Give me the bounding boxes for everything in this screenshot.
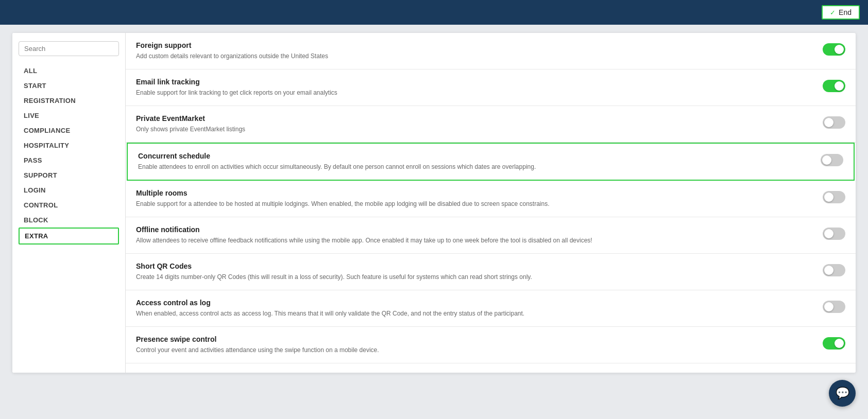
feature-info-short-qr-codes: Short QR CodesCreate 14 digits number-on…	[136, 262, 812, 282]
feature-row-short-qr-codes: Short QR CodesCreate 14 digits number-on…	[126, 254, 856, 290]
feature-info-multiple-rooms: Multiple roomsEnable support for a atten…	[136, 189, 812, 208]
feature-desc-foreign-support: Add custom details relevant to organizat…	[136, 51, 812, 61]
toggle-offline-notification[interactable]	[823, 228, 845, 240]
feature-row-email-link-tracking: Email link trackingEnable support for li…	[126, 69, 856, 106]
feature-desc-short-qr-codes: Create 14 digits number-only QR Codes (t…	[136, 272, 812, 282]
feature-row-access-control-log: Access control as logWhen enabled, acces…	[126, 290, 856, 327]
feature-info-concurrent-schedule: Concurrent scheduleEnable attendees to e…	[138, 152, 810, 171]
end-label: End	[839, 8, 852, 16]
sidebar-item-login[interactable]: LOGIN	[19, 183, 119, 198]
feature-info-foreign-support: Foreign supportAdd custom details releva…	[136, 41, 812, 61]
feature-row-concurrent-schedule: Concurrent scheduleEnable attendees to e…	[127, 143, 855, 181]
sidebar: ALLSTARTREGISTRATIONLIVECOMPLIANCEHOSPIT…	[12, 33, 126, 373]
feature-desc-access-control-log: When enabled, access control acts as acc…	[136, 309, 812, 318]
sidebar-item-pass[interactable]: PASS	[19, 153, 119, 168]
toggle-slider-foreign-support	[823, 43, 845, 56]
toggle-email-link-tracking[interactable]	[823, 80, 845, 92]
top-bar: ✓ End	[0, 0, 868, 25]
feature-title-foreign-support: Foreign support	[136, 41, 812, 49]
chat-icon: 💬	[836, 387, 849, 400]
toggle-slider-multiple-rooms	[823, 191, 845, 203]
toggle-concurrent-schedule[interactable]	[821, 154, 843, 166]
feature-info-offline-notification: Offline notificationAllow attendees to r…	[136, 225, 812, 245]
feature-title-access-control-log: Access control as log	[136, 299, 812, 307]
chat-bubble[interactable]: 💬	[829, 380, 856, 407]
toggle-slider-email-link-tracking	[823, 80, 845, 92]
panel-wrapper: ALLSTARTREGISTRATIONLIVECOMPLIANCEHOSPIT…	[12, 33, 856, 373]
check-icon: ✓	[830, 9, 836, 16]
toggle-slider-access-control-log	[823, 301, 845, 313]
feature-desc-concurrent-schedule: Enable attendees to enroll on activities…	[138, 162, 810, 171]
sidebar-item-start[interactable]: START	[19, 78, 119, 93]
feature-row-presence-swipe: Presence swipe controlControl your event…	[126, 327, 856, 363]
feature-desc-multiple-rooms: Enable support for a attendee to be host…	[136, 199, 812, 208]
end-button[interactable]: ✓ End	[822, 5, 860, 20]
toggle-slider-concurrent-schedule	[821, 154, 843, 166]
main-outer: ALLSTARTREGISTRATIONLIVECOMPLIANCEHOSPIT…	[0, 25, 868, 381]
feature-info-private-eventmarket: Private EventMarketOnly shows private Ev…	[136, 114, 812, 134]
feature-desc-presence-swipe: Control your event and activities attend…	[136, 345, 812, 355]
sidebar-item-extra[interactable]: EXTRA	[19, 228, 119, 245]
toggle-slider-offline-notification	[823, 228, 845, 240]
toggle-slider-private-eventmarket	[823, 116, 845, 129]
sidebar-item-registration[interactable]: REGISTRATION	[19, 93, 119, 108]
sidebar-item-support[interactable]: SUPPORT	[19, 168, 119, 183]
feature-title-offline-notification: Offline notification	[136, 225, 812, 234]
toggle-presence-swipe[interactable]	[823, 337, 845, 350]
feature-desc-private-eventmarket: Only shows private EventMarket listings	[136, 125, 812, 134]
features-list: Foreign supportAdd custom details releva…	[126, 33, 856, 363]
feature-row-foreign-support: Foreign supportAdd custom details releva…	[126, 33, 856, 69]
feature-info-presence-swipe: Presence swipe controlControl your event…	[136, 335, 812, 355]
feature-info-access-control-log: Access control as logWhen enabled, acces…	[136, 299, 812, 318]
toggle-multiple-rooms[interactable]	[823, 191, 845, 203]
feature-row-multiple-rooms: Multiple roomsEnable support for a atten…	[126, 181, 856, 217]
content-area[interactable]: Foreign supportAdd custom details releva…	[126, 33, 856, 373]
feature-row-private-eventmarket: Private EventMarketOnly shows private Ev…	[126, 106, 856, 143]
toggle-slider-short-qr-codes	[823, 264, 845, 276]
feature-title-presence-swipe: Presence swipe control	[136, 335, 812, 343]
feature-title-multiple-rooms: Multiple rooms	[136, 189, 812, 197]
feature-info-email-link-tracking: Email link trackingEnable support for li…	[136, 78, 812, 97]
sidebar-item-compliance[interactable]: COMPLIANCE	[19, 123, 119, 138]
feature-desc-email-link-tracking: Enable support for link tracking to get …	[136, 88, 812, 97]
feature-title-email-link-tracking: Email link tracking	[136, 78, 812, 86]
feature-title-concurrent-schedule: Concurrent schedule	[138, 152, 810, 160]
feature-row-offline-notification: Offline notificationAllow attendees to r…	[126, 217, 856, 254]
sidebar-item-hospitality[interactable]: HOSPITALITY	[19, 138, 119, 153]
nav-list: ALLSTARTREGISTRATIONLIVECOMPLIANCEHOSPIT…	[19, 63, 119, 245]
search-input[interactable]	[19, 41, 119, 56]
toggle-private-eventmarket[interactable]	[823, 116, 845, 129]
toggle-access-control-log[interactable]	[823, 301, 845, 313]
sidebar-item-live[interactable]: LIVE	[19, 108, 119, 123]
feature-title-short-qr-codes: Short QR Codes	[136, 262, 812, 270]
toggle-slider-presence-swipe	[823, 337, 845, 350]
toggle-short-qr-codes[interactable]	[823, 264, 845, 276]
sidebar-item-block[interactable]: BLOCK	[19, 213, 119, 228]
toggle-foreign-support[interactable]	[823, 43, 845, 56]
feature-desc-offline-notification: Allow attendees to receive offline feedb…	[136, 236, 812, 245]
sidebar-item-control[interactable]: CONTROL	[19, 198, 119, 213]
feature-title-private-eventmarket: Private EventMarket	[136, 114, 812, 123]
sidebar-item-all[interactable]: ALL	[19, 63, 119, 78]
